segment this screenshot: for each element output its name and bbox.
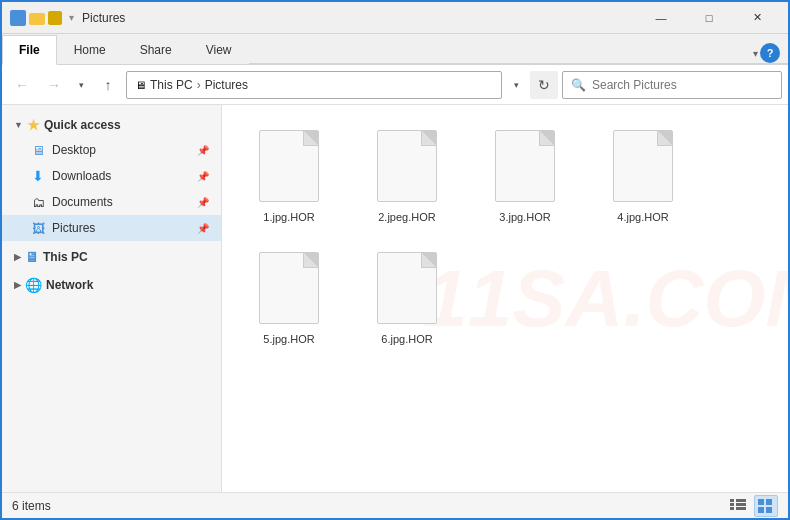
documents-pin-icon: 📌: [197, 197, 209, 208]
file-item-2[interactable]: 2.jpeg.HOR: [352, 117, 462, 231]
title-bar-icons: ▾: [10, 10, 74, 26]
file-area: 11SA.COM 1.jpg.HOR 2.jpeg.HOR: [222, 105, 788, 492]
network-chevron: ▶: [14, 280, 21, 290]
nav-dropdown-icon[interactable]: ▾: [72, 71, 90, 99]
files-grid: 1.jpg.HOR 2.jpeg.HOR 3.jpg.HOR: [234, 117, 776, 354]
address-folder-icon: 🖥: [135, 79, 146, 91]
window-controls: — □ ✕: [638, 2, 780, 34]
search-box[interactable]: 🔍: [562, 71, 782, 99]
large-icons-view-icon: [758, 499, 774, 513]
sidebar-item-documents[interactable]: 🗂 Documents 📌: [2, 189, 221, 215]
pictures-icon: 🖼: [30, 220, 46, 236]
forward-button[interactable]: →: [40, 71, 68, 99]
file-icon-container-3: [489, 126, 561, 206]
sidebar-section-network: ▶ 🌐 Network: [2, 273, 221, 297]
addr-sep-1: ›: [197, 78, 201, 92]
thispc-chevron: ▶: [14, 252, 21, 262]
network-icon: 🌐: [25, 277, 42, 293]
ribbon-collapse-icon[interactable]: ▾: [753, 48, 758, 59]
desktop-pin-icon: 📌: [197, 145, 209, 156]
file-item-4[interactable]: 4.jpg.HOR: [588, 117, 698, 231]
file-label-4: 4.jpg.HOR: [617, 210, 668, 224]
address-bar[interactable]: 🖥 This PC › Pictures: [126, 71, 502, 99]
file-icon-4: [613, 130, 673, 202]
file-item-5[interactable]: 5.jpg.HOR: [234, 239, 344, 353]
address-dropdown-icon[interactable]: ▾: [506, 71, 526, 99]
pictures-pin-icon: 📌: [197, 223, 209, 234]
ribbon: File Home Share View ▾ ?: [2, 34, 788, 65]
back-button[interactable]: ←: [8, 71, 36, 99]
sidebar-group-quick-access[interactable]: ▼ ★ Quick access: [2, 113, 221, 137]
desktop-label: Desktop: [52, 143, 96, 157]
network-label: Network: [46, 278, 93, 292]
sidebar-item-downloads[interactable]: ⬇ Downloads 📌: [2, 163, 221, 189]
up-button[interactable]: ↑: [94, 71, 122, 99]
sidebar-item-pictures[interactable]: 🖼 Pictures 📌: [2, 215, 221, 241]
tb-folder-icon: [29, 13, 45, 25]
svg-rect-7: [766, 499, 772, 505]
file-icon-container-2: [371, 126, 443, 206]
file-label-2: 2.jpeg.HOR: [378, 210, 435, 224]
details-view-icon: [730, 499, 746, 513]
file-icon-container-4: [607, 126, 679, 206]
sidebar-section-thispc: ▶ 🖥 This PC: [2, 245, 221, 269]
file-label-5: 5.jpg.HOR: [263, 332, 314, 346]
help-button[interactable]: ?: [760, 43, 780, 63]
maximize-button[interactable]: □: [686, 2, 732, 34]
tab-share[interactable]: Share: [123, 34, 189, 64]
svg-rect-3: [736, 499, 746, 502]
svg-rect-0: [730, 499, 734, 502]
sidebar-item-thispc[interactable]: ▶ 🖥 This PC: [2, 245, 221, 269]
file-icon-5: [259, 252, 319, 324]
documents-label: Documents: [52, 195, 113, 209]
addr-pictures: Pictures: [205, 78, 248, 92]
address-text: This PC › Pictures: [150, 78, 248, 92]
file-label-3: 3.jpg.HOR: [499, 210, 550, 224]
file-icon-container-1: [253, 126, 325, 206]
refresh-button[interactable]: ↻: [530, 71, 558, 99]
tab-view[interactable]: View: [189, 34, 249, 64]
tb-pin-icon: [48, 11, 62, 25]
svg-rect-2: [730, 507, 734, 510]
file-item-1[interactable]: 1.jpg.HOR: [234, 117, 344, 231]
view-large-icons-button[interactable]: [754, 495, 778, 517]
sidebar-item-desktop[interactable]: 🖥 Desktop 📌: [2, 137, 221, 163]
status-count: 6 items: [12, 499, 51, 513]
file-label-1: 1.jpg.HOR: [263, 210, 314, 224]
view-details-button[interactable]: [726, 495, 750, 517]
quick-access-chevron: ▼: [14, 120, 23, 130]
desktop-icon: 🖥: [30, 142, 46, 158]
file-icon-2: [377, 130, 437, 202]
file-label-6: 6.jpg.HOR: [381, 332, 432, 346]
file-icon-container-5: [253, 248, 325, 328]
close-button[interactable]: ✕: [734, 2, 780, 34]
tab-home[interactable]: Home: [57, 34, 123, 64]
title-bar: ▾ Pictures — □ ✕: [2, 2, 788, 34]
tb-back-icon: [10, 10, 26, 26]
file-icon-1: [259, 130, 319, 202]
minimize-button[interactable]: —: [638, 2, 684, 34]
svg-rect-4: [736, 503, 746, 506]
svg-rect-5: [736, 507, 746, 510]
downloads-icon: ⬇: [30, 168, 46, 184]
downloads-pin-icon: 📌: [197, 171, 209, 182]
file-icon-container-6: [371, 248, 443, 328]
file-item-6[interactable]: 6.jpg.HOR: [352, 239, 462, 353]
main-content: ▼ ★ Quick access 🖥 Desktop 📌 ⬇ Downloads…: [2, 105, 788, 492]
file-icon-6: [377, 252, 437, 324]
tab-file[interactable]: File: [2, 35, 57, 65]
tb-dropdown-icon[interactable]: ▾: [69, 12, 74, 23]
svg-rect-8: [758, 507, 764, 513]
window-title: Pictures: [82, 11, 638, 25]
file-icon-3: [495, 130, 555, 202]
ribbon-tabs: File Home Share View ▾ ?: [2, 34, 788, 64]
toolbar: ← → ▾ ↑ 🖥 This PC › Pictures ▾ ↻ 🔍: [2, 65, 788, 105]
sidebar-item-network[interactable]: ▶ 🌐 Network: [2, 273, 221, 297]
quick-access-star-icon: ★: [27, 117, 40, 133]
documents-icon: 🗂: [30, 194, 46, 210]
search-input[interactable]: [592, 78, 773, 92]
status-bar: 6 items: [2, 492, 788, 518]
search-icon: 🔍: [571, 78, 586, 92]
sidebar-section-quick-access: ▼ ★ Quick access 🖥 Desktop 📌 ⬇ Downloads…: [2, 113, 221, 241]
file-item-3[interactable]: 3.jpg.HOR: [470, 117, 580, 231]
